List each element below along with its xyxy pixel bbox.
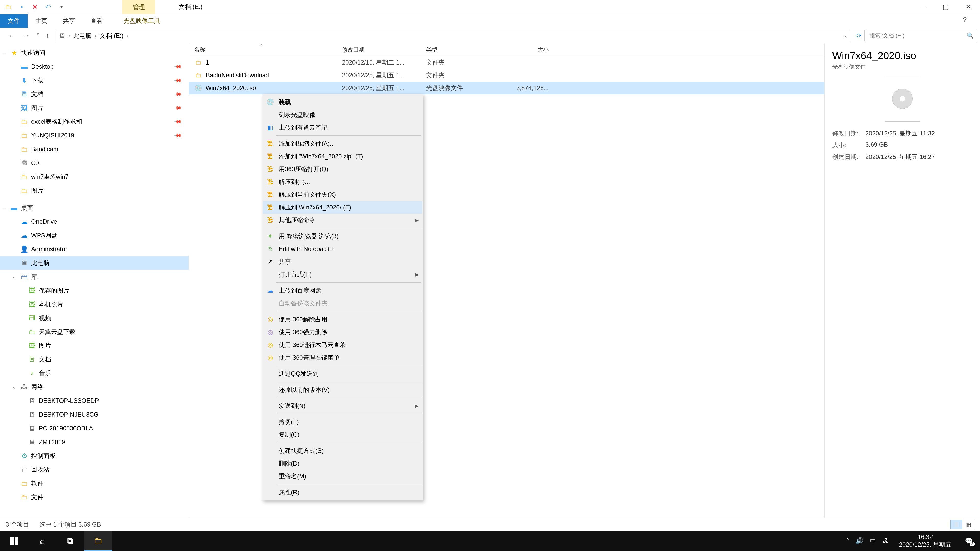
sidebar-item-pictures-lib[interactable]: 🖼图片 <box>0 339 189 353</box>
close-button[interactable]: ✕ <box>957 0 980 14</box>
sidebar-item-excel[interactable]: 🗀excel表格制作求和📌 <box>0 115 189 129</box>
sidebar-item-bandicam[interactable]: 🗀Bandicam <box>0 142 189 156</box>
task-view-button[interactable]: ⧉ <box>56 530 84 551</box>
sidebar-item-onedrive[interactable]: ☁OneDrive <box>0 215 189 229</box>
ctx-open-with[interactable]: 打开方式(H)▸ <box>263 268 422 281</box>
chevron-right-icon[interactable]: › <box>125 32 130 39</box>
ctx-baidu-upload[interactable]: ☁上传到百度网盘 <box>263 284 422 297</box>
sidebar-item-tianyi[interactable]: 🗀天翼云盘下载 <box>0 325 189 339</box>
chevron-right-icon[interactable]: › <box>93 32 98 39</box>
ctx-add-archive[interactable]: 🗜添加到压缩文件(A)... <box>263 137 422 150</box>
recent-dropdown-icon[interactable]: ▾ <box>37 32 39 40</box>
sidebar-item-admin[interactable]: 👤Administrator <box>0 242 189 256</box>
tray-network-icon[interactable]: 🖧 <box>883 537 889 545</box>
sidebar-item-pictures[interactable]: 🖼图片📌 <box>0 101 189 115</box>
tab-disc-image-tools[interactable]: 光盘映像工具 <box>116 14 168 28</box>
ctx-honey-browser[interactable]: ✦用 蜂蜜浏览器 浏览(3) <box>263 230 422 243</box>
sidebar-item-camera-roll[interactable]: 🖼本机照片 <box>0 297 189 311</box>
sidebar-item-wps[interactable]: ☁WPS网盘 <box>0 229 189 242</box>
sidebar-item-recycle[interactable]: 🗑回收站 <box>0 463 189 476</box>
taskbar-search-button[interactable]: ⌕ <box>28 530 56 551</box>
sidebar-item-pictures2[interactable]: 🗀图片 <box>0 184 189 197</box>
ctx-other-compress[interactable]: 🗜其他压缩命令▸ <box>263 214 422 227</box>
start-button[interactable] <box>0 530 28 551</box>
sidebar-quick-access[interactable]: ⌄ ★ 快速访问 <box>0 46 189 60</box>
breadcrumb[interactable]: 🖥 › 此电脑 › 文档 (E:) › ⌄ <box>56 30 851 41</box>
qat-undo-icon[interactable]: ↶ <box>45 3 52 11</box>
ctx-extract-here[interactable]: 🗜解压到当前文件夹(X) <box>263 188 422 201</box>
ctx-share[interactable]: ↗共享 <box>263 256 422 268</box>
sidebar-item-thispc[interactable]: 🖥此电脑 <box>0 256 189 270</box>
caret-down-icon[interactable]: ⌄ <box>3 50 6 56</box>
ctx-copy[interactable]: 复制(C) <box>263 428 422 441</box>
sidebar-item-libraries[interactable]: ⌄🗃库 <box>0 270 189 284</box>
sidebar-item-netpc[interactable]: 🖥DESKTOP-NJEU3CG <box>0 408 189 421</box>
breadcrumb-root[interactable]: 此电脑 <box>73 32 92 40</box>
ctx-open-360zip[interactable]: 🗜用360压缩打开(Q) <box>263 163 422 176</box>
ctx-qq-send[interactable]: 通过QQ发送到 <box>263 367 422 380</box>
ctx-burn[interactable]: 刻录光盘映像 <box>263 108 422 121</box>
ctx-extract-to[interactable]: 🗜解压到(F)... <box>263 176 422 188</box>
ctx-rename[interactable]: 重命名(M) <box>263 470 422 483</box>
col-modified[interactable]: 修改日期 <box>342 46 426 54</box>
ctx-360-forcedel[interactable]: ◎使用 360强力删除 <box>263 326 422 338</box>
qat-delete-icon[interactable]: ✕ <box>31 3 39 11</box>
tray-overflow-icon[interactable]: ˄ <box>846 537 849 545</box>
sidebar-item-software[interactable]: 🗀软件 <box>0 476 189 490</box>
search-box[interactable]: 🔍 <box>867 30 977 41</box>
ctx-send-to[interactable]: 发送到(N)▸ <box>263 400 422 412</box>
sidebar-desktop-header[interactable]: ⌄▬桌面 <box>0 201 189 215</box>
ctx-360-unlock[interactable]: ◎使用 360解除占用 <box>263 313 422 326</box>
taskbar-clock[interactable]: 16:32 2020/12/25, 星期五 <box>896 533 955 548</box>
ctx-youdao[interactable]: ◧上传到有道云笔记 <box>263 121 422 134</box>
sidebar-item-network[interactable]: ⌄🖧网络 <box>0 380 189 394</box>
tab-view[interactable]: 查看 <box>83 14 110 28</box>
view-details-button[interactable]: ≣ <box>950 520 962 529</box>
sidebar-item-downloads[interactable]: ⬇下载📌 <box>0 73 189 87</box>
taskbar-explorer-button[interactable]: 🗀 <box>84 530 112 551</box>
back-button[interactable]: ← <box>8 32 15 40</box>
refresh-button[interactable]: ⟳ <box>853 30 865 41</box>
minimize-button[interactable]: ─ <box>911 0 934 14</box>
tray-volume-icon[interactable]: 🔊 <box>856 537 863 545</box>
sidebar-item-netpc[interactable]: 🖥PC-20190530OBLA <box>0 421 189 435</box>
sidebar-item-yunqishi[interactable]: 🗀YUNQISHI2019📌 <box>0 129 189 142</box>
sidebar-item-desktop[interactable]: ▬Desktop📌 <box>0 60 189 73</box>
search-input[interactable] <box>870 32 967 39</box>
forward-button[interactable]: → <box>22 32 30 40</box>
sidebar-item-control-panel[interactable]: ⚙控制面板 <box>0 449 189 463</box>
col-type[interactable]: 类型 <box>426 46 498 54</box>
ctx-360-trojan[interactable]: ◎使用 360进行木马云查杀 <box>263 338 422 351</box>
tab-share[interactable]: 共享 <box>55 14 83 28</box>
sidebar-item-win7reinstall[interactable]: 🗀win7重装win7 <box>0 170 189 184</box>
ctx-delete[interactable]: 删除(D) <box>263 457 422 470</box>
caret-down-icon[interactable]: ⌄ <box>3 205 6 211</box>
ctx-cut[interactable]: 剪切(T) <box>263 416 422 428</box>
breadcrumb-dropdown-icon[interactable]: ⌄ <box>843 32 849 39</box>
sidebar-item-gdrive[interactable]: ⛃G:\ <box>0 156 189 170</box>
search-icon[interactable]: 🔍 <box>967 32 974 39</box>
ctx-360-manage[interactable]: ◎使用 360管理右键菜单 <box>263 351 422 364</box>
tray-ime-icon[interactable]: 中 <box>870 537 876 545</box>
sidebar-item-videos-lib[interactable]: 🎞视频 <box>0 311 189 325</box>
col-size[interactable]: 大小 <box>498 46 549 54</box>
col-name[interactable]: 名称 <box>194 46 342 54</box>
ctx-add-zip[interactable]: 🗜添加到 "Win7x64_2020.zip" (T) <box>263 150 422 163</box>
sidebar-item-files[interactable]: 🗀文件 <box>0 490 189 504</box>
up-button[interactable]: ↑ <box>46 32 49 40</box>
action-center-button[interactable]: 💬3 <box>962 534 976 548</box>
sidebar-item-documents-lib[interactable]: 🖹文档 <box>0 353 189 366</box>
sidebar-item-documents[interactable]: 🖹文档📌 <box>0 87 189 101</box>
sidebar-item-saved-pictures[interactable]: 🖼保存的图片 <box>0 284 189 297</box>
qat-props-icon[interactable]: ▪ <box>18 3 25 11</box>
breadcrumb-folder[interactable]: 文档 (E:) <box>100 32 124 40</box>
ctx-properties[interactable]: 属性(R) <box>263 486 422 499</box>
sidebar-item-music-lib[interactable]: ♪音乐 <box>0 366 189 380</box>
view-thumbnails-button[interactable]: ▦ <box>963 520 974 529</box>
file-row[interactable]: 🗀 1 2020/12/15, 星期二 1... 文件夹 <box>189 56 824 69</box>
ctx-notepadpp[interactable]: ✎Edit with Notepad++ <box>263 243 422 256</box>
help-icon[interactable]: ? <box>953 16 977 24</box>
ctx-shortcut[interactable]: 创建快捷方式(S) <box>263 445 422 457</box>
qat-dropdown-icon[interactable]: ▾ <box>58 3 65 11</box>
ctx-extract-folder[interactable]: 🗜解压到 Win7x64_2020\ (E) <box>263 201 422 214</box>
